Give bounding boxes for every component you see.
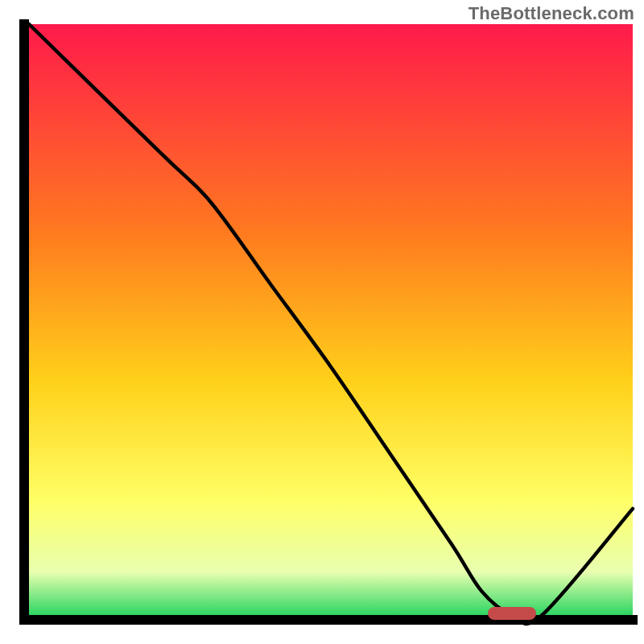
- chart-stage: TheBottleneck.com: [0, 0, 644, 644]
- plot-background: [24, 24, 633, 620]
- optimal-range-marker: [488, 607, 536, 620]
- watermark-text: TheBottleneck.com: [469, 3, 634, 24]
- bottleneck-chart: [0, 0, 644, 644]
